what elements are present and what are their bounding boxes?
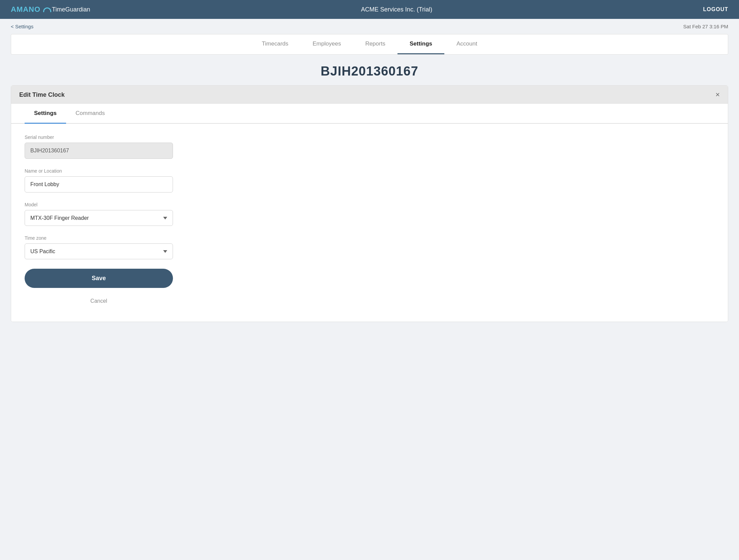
logo-arc-icon — [43, 7, 51, 12]
modal-body: Serial number Name or Location Model MTX… — [11, 124, 728, 322]
edit-time-clock-modal: Edit Time Clock × Settings Commands Seri… — [11, 85, 728, 322]
nav-reports[interactable]: Reports — [353, 34, 397, 54]
app-header: AMANO TimeGuardian ACME Services Inc. (T… — [0, 0, 739, 19]
modal-tabs: Settings Commands — [11, 104, 728, 124]
logo-amano: AMANO — [11, 5, 40, 14]
timezone-group: Time zone US Pacific US Mountain US Cent… — [25, 235, 714, 259]
main-nav: Timecards Employees Reports Settings Acc… — [11, 34, 728, 55]
nav-employees[interactable]: Employees — [300, 34, 353, 54]
name-location-label: Name or Location — [25, 168, 714, 174]
modal-header: Edit Time Clock × — [11, 86, 728, 104]
serial-number-label: Serial number — [25, 135, 714, 140]
model-label: Model — [25, 202, 714, 207]
timezone-select[interactable]: US Pacific US Mountain US Central US Eas… — [25, 243, 173, 259]
logo: AMANO TimeGuardian — [11, 5, 90, 14]
model-group: Model MTX-30F Finger Reader MTX-15 Proxi… — [25, 202, 714, 226]
tab-settings[interactable]: Settings — [25, 104, 66, 124]
back-link[interactable]: < Settings — [11, 24, 33, 29]
datetime: Sat Feb 27 3:16 PM — [683, 24, 728, 29]
logout-button[interactable]: LOGOUT — [703, 6, 728, 12]
cancel-button[interactable]: Cancel — [25, 294, 173, 308]
nav-timecards[interactable]: Timecards — [250, 34, 301, 54]
save-button[interactable]: Save — [25, 269, 173, 288]
serial-number-group: Serial number — [25, 135, 714, 159]
name-location-input[interactable] — [25, 176, 173, 193]
company-name: ACME Services Inc. (Trial) — [361, 6, 432, 13]
page-title: BJIH201360167 — [0, 64, 739, 79]
logo-timeguardian: TimeGuardian — [52, 6, 90, 13]
modal-title: Edit Time Clock — [19, 91, 65, 98]
model-select[interactable]: MTX-30F Finger Reader MTX-15 Proximity R… — [25, 210, 173, 226]
nav-settings[interactable]: Settings — [397, 34, 444, 54]
sub-header: < Settings Sat Feb 27 3:16 PM — [0, 19, 739, 34]
nav-account[interactable]: Account — [444, 34, 489, 54]
close-button[interactable]: × — [715, 91, 720, 98]
name-location-group: Name or Location — [25, 168, 714, 193]
serial-number-input — [25, 143, 173, 159]
timezone-label: Time zone — [25, 235, 714, 241]
tab-commands[interactable]: Commands — [66, 104, 114, 124]
